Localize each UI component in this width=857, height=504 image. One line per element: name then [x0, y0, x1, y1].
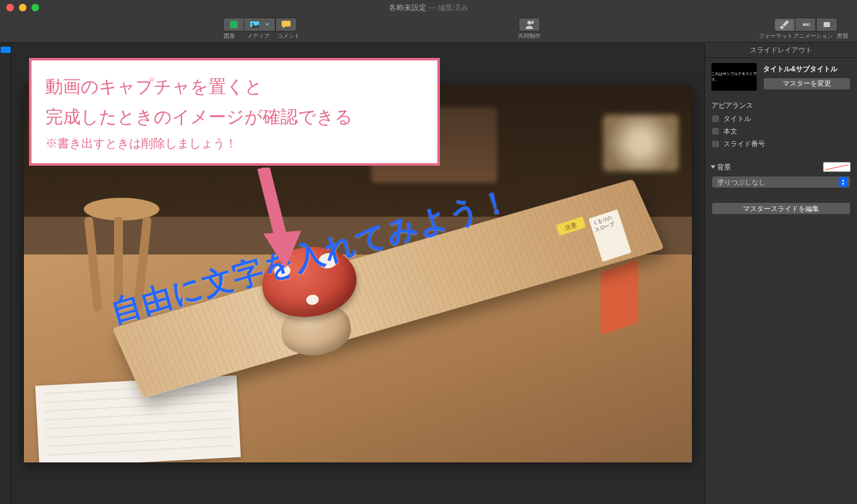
appearance-section-title: アピアランス — [711, 101, 851, 110]
svg-rect-0 — [230, 21, 238, 28]
document-icon — [822, 20, 832, 30]
checkbox-icon — [711, 115, 720, 123]
window-titlebar: 名称未設定 — 編集済み — [0, 0, 857, 15]
slide-number-checkbox-label: スライド番号 — [723, 139, 765, 149]
main-area: くるりの スロープ 注意 自由に文字を入れてみよう！ 動画のキャプチャを置くと … — [0, 43, 857, 504]
zoom-window-icon[interactable] — [32, 4, 39, 11]
body-checkbox[interactable]: 本文 — [711, 127, 851, 136]
document-status: 編集済み — [438, 3, 468, 12]
checkbox-icon — [711, 127, 720, 135]
background-section-title[interactable]: 背景 — [711, 163, 731, 172]
toolbar: 図形 メディア コメント 共同制作 フォーマット アニメーション 書類 — [0, 15, 857, 43]
format-label: フォーマット — [759, 32, 793, 40]
animation-label: アニメーション — [793, 32, 833, 40]
media-icon — [250, 20, 260, 30]
slide-number-checkbox[interactable]: スライド番号 — [711, 139, 851, 149]
minimize-window-icon[interactable] — [19, 4, 26, 11]
collaborate-icon — [524, 20, 534, 30]
animation-tab[interactable] — [795, 18, 816, 32]
master-thumbnail[interactable]: これはサンプルテキストです。 — [711, 63, 757, 91]
stepper-icon: ▲▼ — [839, 177, 848, 187]
format-tab[interactable] — [774, 18, 795, 32]
shape-icon — [229, 20, 239, 30]
slide-thumbnail-1[interactable] — [1, 47, 11, 53]
media-label: メディア — [244, 32, 272, 40]
svg-point-2 — [251, 23, 253, 25]
shape-label: 図形 — [219, 32, 239, 40]
callout-line-1: 動画のキャプチャを置くと — [45, 72, 423, 102]
collaborate-button[interactable] — [519, 18, 540, 32]
background-fill-value: 塗りつぶしなし — [717, 178, 766, 187]
svg-point-7 — [807, 23, 810, 26]
svg-point-3 — [527, 21, 531, 25]
title-checkbox-label: タイトル — [723, 114, 751, 123]
document-label: 書類 — [833, 32, 852, 40]
brush-icon — [779, 20, 790, 30]
shape-button[interactable] — [223, 18, 244, 32]
checkbox-icon — [711, 140, 720, 148]
collaborate-label: 共同制作 — [518, 32, 541, 40]
close-window-icon[interactable] — [6, 4, 14, 11]
master-name: タイトル&サブタイトル — [763, 64, 851, 74]
svg-point-5 — [803, 23, 805, 26]
svg-rect-8 — [824, 22, 830, 27]
background-color-swatch[interactable] — [823, 162, 851, 172]
comment-label: コメント — [277, 32, 300, 40]
change-master-button[interactable]: マスターを変更 — [763, 77, 851, 90]
comment-button[interactable] — [275, 18, 297, 32]
title-checkbox[interactable]: タイトル — [711, 114, 851, 123]
window-title: 名称未設定 — 編集済み — [389, 3, 469, 13]
edit-master-slide-button[interactable]: マスタースライドを編集 — [711, 202, 851, 215]
inspector-subheader: スライドレイアウト — [705, 43, 857, 58]
inspector-panel: スライドレイアウト これはサンプルテキストです。 タイトル&サブタイトル マスタ… — [705, 43, 857, 504]
callout-line-2: 完成したときのイメージが確認できる — [45, 102, 423, 132]
annotation-callout: 動画のキャプチャを置くと 完成したときのイメージが確認できる ※書き出すときは削… — [29, 58, 440, 166]
slide-navigator[interactable] — [0, 43, 11, 504]
document-tab[interactable] — [816, 18, 837, 32]
callout-note: ※書き出すときは削除しましょう！ — [45, 135, 423, 152]
disclosure-triangle-icon — [711, 166, 716, 169]
comment-icon — [281, 20, 291, 30]
body-checkbox-label: 本文 — [723, 127, 737, 136]
background-fill-select[interactable]: 塗りつぶしなし ▲▼ — [711, 176, 851, 188]
master-thumb-text: これはサンプルテキストです。 — [711, 71, 757, 83]
window-controls — [0, 4, 39, 11]
document-title: 名称未設定 — [389, 3, 427, 12]
annotation-arrow-icon — [226, 168, 314, 268]
canvas[interactable]: くるりの スロープ 注意 自由に文字を入れてみよう！ 動画のキャプチャを置くと … — [11, 43, 705, 504]
chevron-down-icon — [265, 22, 270, 27]
animation-icon — [800, 20, 810, 30]
media-button[interactable] — [244, 18, 275, 32]
